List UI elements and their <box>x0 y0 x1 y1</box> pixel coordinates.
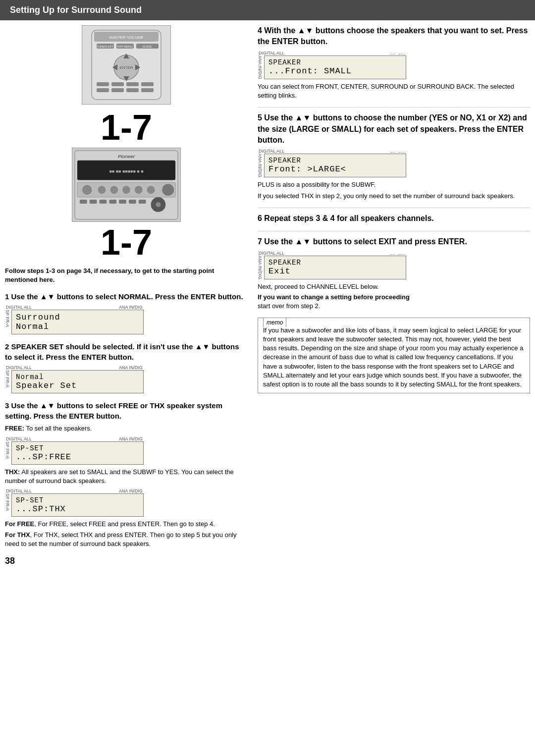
step5-section: 5 Use the ▲▼ buttons to choose the numbe… <box>258 112 530 201</box>
step2-lcd-ind-left: DIGITAL ALL <box>6 365 32 370</box>
step1-lcd: DIGITAL ALL ANA IN/DIG SP FR-A Surround … <box>5 305 144 334</box>
step5-note1: PLUS is also a possibility for the SUBWF… <box>258 180 530 189</box>
step2-lcd-line2: Speaker Set <box>16 381 139 390</box>
step4-lcd-line1: SPEAKER <box>268 58 402 66</box>
step1-section: 1 Use the ▲▼ buttons to select NORMAL. P… <box>5 291 248 334</box>
step2-heading: 2 SPEAKER SET should be selected. If it … <box>5 341 248 362</box>
header-bar: Setting Up for Surround Sound <box>0 0 535 20</box>
step4-lcd-display: SPEAKER ...Front: SMALL <box>264 55 406 79</box>
step5-heading: 5 Use the ▲▼ buttons to choose the numbe… <box>258 112 530 146</box>
step4-section: 4 With the ▲▼ buttons choose the speaker… <box>258 25 530 100</box>
device-images-section: MASTER VOLUME TUNER EXT TOP MENU GUIDE E… <box>5 25 248 263</box>
step4-lcd-indicators: DIGITAL ALL .... ...... <box>258 51 406 55</box>
svg-point-28 <box>82 185 92 195</box>
svg-point-29 <box>98 186 106 194</box>
step3-free-lcd-indicators: DIGITAL ALL ANA IN/DIG <box>5 436 144 441</box>
step3-thx-line2: ...SP:THX <box>16 504 139 514</box>
step4-heading: 4 With the ▲▼ buttons choose the speaker… <box>258 25 530 48</box>
svg-point-30 <box>110 186 118 194</box>
step-number-second: 1-7 <box>101 224 152 260</box>
step7-lcd-line1: SPEAKER <box>268 259 402 267</box>
step3-lcd-free: DIGITAL ALL ANA IN/DIG SP FR-A SP-SET ..… <box>5 436 144 465</box>
remote-control-image: MASTER VOLUME TUNER EXT TOP MENU GUIDE E… <box>82 25 171 105</box>
svg-text:ENTER: ENTER <box>119 65 133 70</box>
step5-lcd-indicators: DIGITAL ALL .... ...... <box>258 149 406 154</box>
step4-lcd: DIGITAL ALL .... ...... ANA IN/DIG SPEAK… <box>258 51 406 79</box>
step3-thx-label: THX: All speakers are set to SMALL and t… <box>5 468 248 486</box>
step5-lcd-display: SPEAKER Front: >LARGE< <box>264 154 406 177</box>
step7-note2: start over from step 2. <box>258 302 530 311</box>
svg-rect-20 <box>111 88 124 92</box>
right-column: 4 With the ▲▼ buttons choose the speaker… <box>258 25 530 566</box>
step2-lcd-ind-right: ANA IN/DIG <box>119 365 143 370</box>
step7-lcd-indicators: DIGITAL ALL .... ...... <box>258 251 406 256</box>
step3-thx-line1: SP-SET <box>16 496 139 504</box>
step2-section: 2 SPEAKER SET should be selected. If it … <box>5 341 248 393</box>
memo-tag: memo <box>263 318 286 327</box>
step7-lcd: DIGITAL ALL .... ...... ANA IN/DIG SPEAK… <box>258 251 406 279</box>
svg-text:GUIDE: GUIDE <box>142 45 152 48</box>
step-number-first: 1-7 <box>101 109 152 145</box>
memo-box: memo If you have a subwoofer and like lo… <box>258 318 530 393</box>
svg-rect-15 <box>97 82 109 86</box>
svg-rect-36 <box>90 200 97 204</box>
step4-lcd-left-ind: ANA IN/DIG <box>258 55 264 79</box>
page-container: Setting Up for Surround Sound MASTER VOL… <box>0 0 535 756</box>
step4-note: You can select from FRONT, CENTER, SURRO… <box>258 82 530 100</box>
divider2 <box>258 208 530 208</box>
svg-text:Pioneer: Pioneer <box>118 154 135 159</box>
step3-heading: 3 Use the ▲▼ buttons to select FREE or T… <box>5 400 248 421</box>
step1-lcd-line2: Normal <box>16 322 139 331</box>
memo-content: If you have a subwoofer and like lots of… <box>263 326 525 389</box>
svg-text:TOP MENU: TOP MENU <box>117 45 132 48</box>
page-number: 38 <box>5 556 248 566</box>
step7-lcd-display: SPEAKER Exit <box>264 256 406 279</box>
step5-lcd: DIGITAL ALL .... ...... ANA IN/DIG SPEAK… <box>258 149 406 177</box>
step2-lcd-display: Normal Speaker Set <box>11 370 144 393</box>
step1-lcd-line1: Surround <box>16 313 139 322</box>
step7-lcd-left-ind: ANA IN/DIG <box>258 256 264 279</box>
step5-lcd-line2: Front: >LARGE< <box>268 164 402 174</box>
step2-lcd-line1: Normal <box>16 373 139 381</box>
svg-rect-39 <box>119 200 126 204</box>
step5-lcd-left-ind: ANA IN/DIG <box>258 154 264 177</box>
step3-for-thx: For THX, For THX, select THX and press E… <box>5 531 248 548</box>
step3-thx-text: All speakers are set to SMALL and the SU… <box>5 468 234 485</box>
step2-lcd-left-ind: SP FR-A <box>5 370 11 393</box>
left-column: MASTER VOLUME TUNER EXT TOP MENU GUIDE E… <box>5 25 248 566</box>
svg-rect-40 <box>129 200 136 204</box>
step2-lcd: DIGITAL ALL ANA IN/DIG SP FR-A Normal Sp… <box>5 365 144 393</box>
step3-section: 3 Use the ▲▼ buttons to select FREE or T… <box>5 400 248 548</box>
step3-free-line1: SP-SET <box>16 444 139 452</box>
svg-point-43 <box>156 202 160 207</box>
step3-lcd-thx: DIGITAL ALL ANA IN/DIG SP FR-A SP-SET ..… <box>5 488 144 517</box>
step1-lcd-left-ind: SP FR-A <box>5 310 11 334</box>
svg-point-32 <box>135 186 143 194</box>
svg-rect-37 <box>100 200 107 204</box>
step6-heading: 6 Repeat steps 3 & 4 for all speakers ch… <box>258 213 530 224</box>
divider1 <box>258 107 530 108</box>
svg-rect-41 <box>139 200 146 204</box>
step1-lcd-ind-right: ANA IN/DIG <box>119 305 143 310</box>
step1-lcd-indicators: DIGITAL ALL ANA IN/DIG <box>5 305 144 310</box>
svg-rect-35 <box>80 200 87 204</box>
step7-lcd-line2: Exit <box>268 267 402 276</box>
svg-rect-18 <box>141 82 154 86</box>
svg-text:MASTER VOLUME: MASTER VOLUME <box>109 35 143 40</box>
svg-rect-21 <box>126 88 139 92</box>
step3-free-bold: FREE: <box>5 425 24 432</box>
svg-rect-19 <box>97 88 109 92</box>
step7-section: 7 Use the ▲▼ buttons to select EXIT and … <box>258 236 530 311</box>
step3-free-line2: ...SP:FREE <box>16 452 139 462</box>
svg-rect-38 <box>109 200 116 204</box>
step5-lcd-line1: SPEAKER <box>268 157 402 164</box>
step7-heading: 7 Use the ▲▼ buttons to select EXIT and … <box>258 236 530 247</box>
svg-point-31 <box>122 186 130 194</box>
step6-section: 6 Repeat steps 3 & 4 for all speakers ch… <box>258 213 530 224</box>
step3-free-lcd-display: SP-SET ...SP:FREE <box>11 441 144 465</box>
svg-rect-16 <box>111 82 124 86</box>
svg-text:TUNER EXT: TUNER EXT <box>97 45 113 48</box>
step5-note2: If you selected THX in step 2, you only … <box>258 192 530 201</box>
header-title: Setting Up for Surround Sound <box>10 5 142 15</box>
step3-free-lcd-left-ind: SP FR-A <box>5 441 11 465</box>
